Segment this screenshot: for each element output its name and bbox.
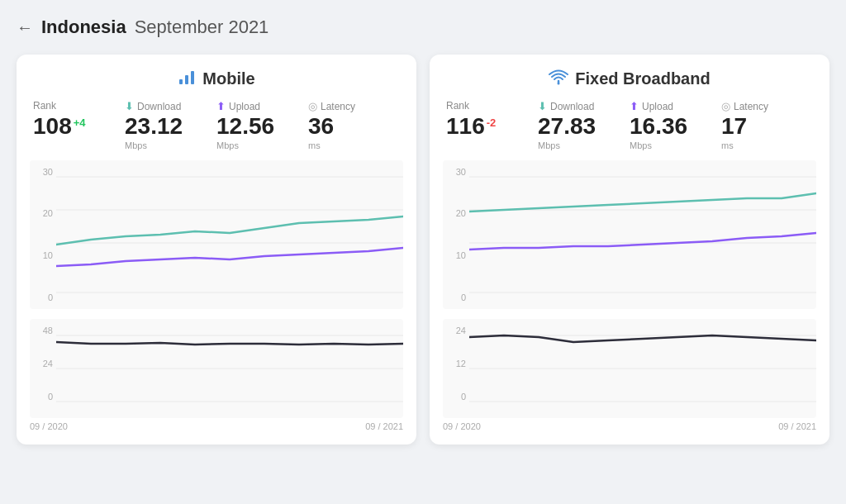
- mobile-upload-label: ⬆ Upload: [216, 100, 308, 112]
- broadband-latency-unit: ms: [721, 140, 813, 150]
- mobile-rank-change: +4: [74, 116, 86, 129]
- broadband-upload-value: 16.36: [630, 114, 721, 140]
- broadband-stats-row: Rank 116-2 ⬇ Download 27.83 Mbps ⬆ Uploa…: [430, 100, 829, 160]
- broadband-x-start: 09 / 2020: [443, 421, 481, 431]
- broadband-latency-value: 17: [721, 114, 813, 140]
- mobile-panel-header: Mobile: [17, 55, 416, 100]
- page-header: ← Indonesia September 2021: [17, 17, 829, 38]
- mobile-speed-svg-area: [56, 160, 403, 309]
- country-label: Indonesia: [41, 17, 126, 38]
- broadband-speed-y-labels: 30 20 10 0: [443, 160, 466, 309]
- broadband-latency-chart-area: 24 12 0: [430, 319, 829, 418]
- mobile-rank-label: Rank: [33, 100, 125, 112]
- broadband-latency-y-labels: 24 12 0: [443, 319, 466, 418]
- mobile-speed-chart: 30 20 10 0: [30, 160, 403, 309]
- broadband-rank-label: Rank: [446, 100, 538, 112]
- broadband-latency-svg-area: [469, 319, 816, 418]
- mobile-upload-stat: ⬆ Upload 12.56 Mbps: [216, 100, 308, 150]
- svg-rect-1: [185, 75, 188, 84]
- mobile-stats-row: Rank 108+4 ⬇ Download 23.12 Mbps ⬆ Uploa…: [17, 100, 416, 160]
- mobile-panel: Mobile Rank 108+4 ⬇ Download 23.12 Mbps …: [17, 55, 416, 445]
- broadband-panel: Fixed Broadband Rank 116-2 ⬇ Download 27…: [430, 55, 829, 445]
- mobile-speed-chart-area: 30 20 10 0: [17, 160, 416, 309]
- mobile-download-value: 23.12: [125, 114, 216, 140]
- mobile-latency-unit: ms: [308, 140, 400, 150]
- mobile-latency-stat: ◎ Latency 36 ms: [308, 100, 400, 150]
- mobile-rank-stat: Rank 108+4: [33, 100, 125, 140]
- download-icon: ⬇: [125, 100, 134, 112]
- mobile-icon: [178, 68, 196, 90]
- mobile-upload-value: 12.56: [216, 114, 308, 140]
- mobile-download-unit: Mbps: [125, 140, 216, 150]
- broadband-rank-stat: Rank 116-2: [446, 100, 538, 140]
- mobile-title: Mobile: [202, 69, 254, 88]
- mobile-latency-svg-area: [56, 319, 403, 418]
- panels-container: Mobile Rank 108+4 ⬇ Download 23.12 Mbps …: [17, 55, 829, 445]
- mobile-x-end: 09 / 2021: [365, 421, 403, 431]
- latency-icon: ◎: [308, 100, 317, 112]
- mobile-download-stat: ⬇ Download 23.12 Mbps: [125, 100, 216, 150]
- bb-upload-icon: ⬆: [630, 100, 639, 112]
- mobile-latency-chart-area: 48 24 0: [17, 319, 416, 418]
- svg-rect-2: [191, 71, 194, 84]
- mobile-latency-chart: 48 24 0: [30, 319, 403, 418]
- upload-icon: ⬆: [216, 100, 226, 112]
- mobile-x-labels: 09 / 2020 09 / 2021: [17, 418, 416, 431]
- bb-download-icon: ⬇: [538, 100, 547, 112]
- broadband-latency-stat: ◎ Latency 17 ms: [721, 100, 813, 150]
- date-label: September 2021: [135, 17, 269, 38]
- broadband-download-stat: ⬇ Download 27.83 Mbps: [538, 100, 630, 150]
- mobile-speed-y-labels: 30 20 10 0: [30, 160, 53, 309]
- mobile-upload-unit: Mbps: [216, 140, 308, 150]
- broadband-upload-stat: ⬆ Upload 16.36 Mbps: [630, 100, 721, 150]
- broadband-download-value: 27.83: [538, 114, 630, 140]
- broadband-rank-change: -2: [487, 116, 497, 129]
- broadband-speed-chart-area: 30 20 10 0: [430, 160, 829, 309]
- broadband-speed-svg-area: [469, 160, 816, 309]
- broadband-panel-header: Fixed Broadband: [430, 55, 829, 100]
- broadband-rank-value: 116-2: [446, 113, 538, 140]
- back-button[interactable]: ←: [17, 18, 33, 37]
- broadband-icon: [549, 68, 568, 90]
- svg-point-10: [558, 83, 560, 85]
- mobile-latency-label: ◎ Latency: [308, 100, 400, 112]
- broadband-latency-chart: 24 12 0: [443, 319, 816, 418]
- broadband-upload-unit: Mbps: [630, 140, 721, 150]
- broadband-latency-label: ◎ Latency: [721, 100, 813, 112]
- broadband-download-label: ⬇ Download: [538, 100, 630, 112]
- broadband-download-unit: Mbps: [538, 140, 630, 150]
- broadband-x-labels: 09 / 2020 09 / 2021: [430, 418, 829, 431]
- mobile-latency-y-labels: 48 24 0: [30, 319, 53, 418]
- mobile-latency-value: 36: [308, 114, 400, 140]
- broadband-title: Fixed Broadband: [575, 69, 710, 88]
- mobile-rank-value: 108+4: [33, 113, 125, 140]
- mobile-x-start: 09 / 2020: [30, 421, 68, 431]
- broadband-x-end: 09 / 2021: [778, 421, 816, 431]
- mobile-download-label: ⬇ Download: [125, 100, 216, 112]
- bb-latency-icon: ◎: [721, 100, 730, 112]
- broadband-speed-chart: 30 20 10 0: [443, 160, 816, 309]
- broadband-upload-label: ⬆ Upload: [630, 100, 721, 112]
- svg-rect-0: [179, 79, 183, 84]
